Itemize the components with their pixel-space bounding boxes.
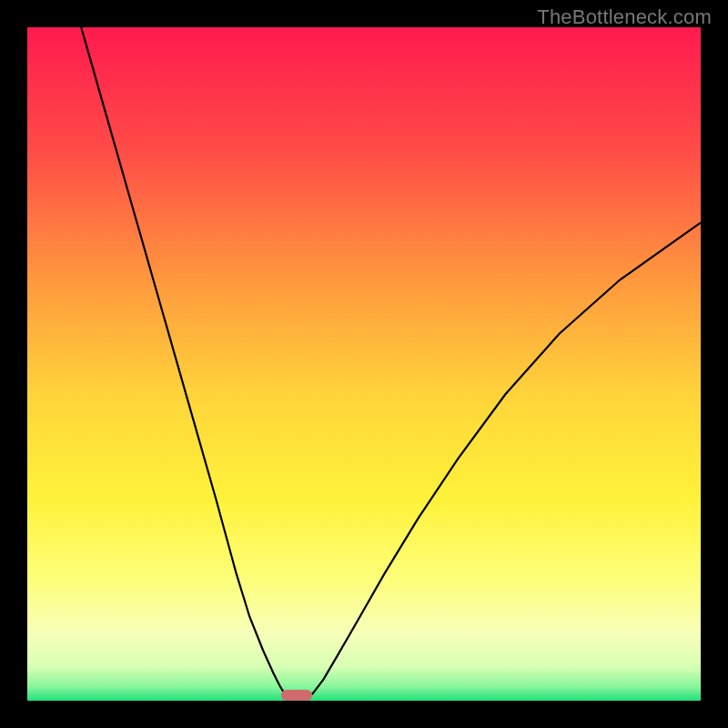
plot-area: [27, 27, 701, 701]
watermark-text: TheBottleneck.com: [537, 5, 712, 29]
plot-frame: [27, 27, 701, 701]
minimum-marker: [281, 690, 311, 701]
svg-rect-0: [27, 27, 701, 701]
background-gradient: [27, 27, 701, 701]
